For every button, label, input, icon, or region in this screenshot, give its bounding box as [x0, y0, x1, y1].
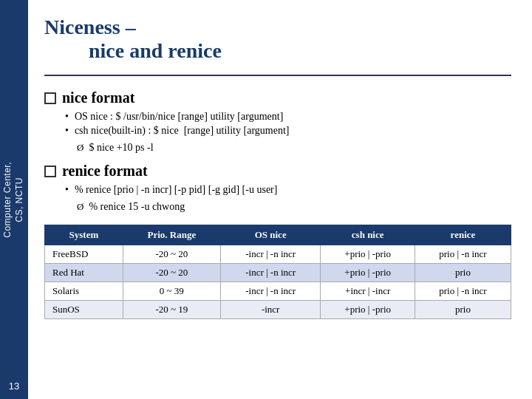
cell-1-1: -20 ~ 20: [123, 263, 220, 282]
comparison-table: System Prio. Range OS nice csh nice reni…: [44, 225, 511, 319]
cell-1-2: -incr | -n incr: [220, 263, 321, 282]
cell-0-0: FreeBSD: [45, 245, 123, 263]
cell-2-4: prio | -n incr: [415, 282, 511, 300]
cell-3-0: SunOS: [45, 300, 123, 318]
main-content: Niceness – nice and renice nice format O…: [28, 0, 532, 399]
cell-3-4: prio: [415, 300, 511, 318]
cell-3-2: -incr: [220, 300, 321, 318]
sidebar: Computer Center, CS, NCTU 13: [0, 0, 28, 399]
sidebar-label: Computer Center, CS, NCTU: [2, 162, 25, 238]
table-row: Red Hat-20 ~ 20-incr | -n incr+prio | -p…: [45, 263, 511, 282]
title-line1: Niceness –: [44, 16, 511, 39]
cell-2-1: 0 ~ 39: [123, 282, 220, 300]
col-csh-nice: csh nice: [321, 225, 415, 245]
table-row: FreeBSD-20 ~ 20-incr | -n incr+prio | -p…: [45, 245, 511, 263]
nice-table: System Prio. Range OS nice csh nice reni…: [44, 225, 511, 319]
checkbox-icon-nice: [44, 92, 56, 104]
nice-arrows: $ nice +10 ps -l: [77, 142, 511, 155]
cell-1-4: prio: [415, 263, 511, 282]
section-renice-title: renice format: [62, 163, 148, 180]
cell-0-3: +prio | -prio: [321, 245, 415, 263]
col-os-nice: OS nice: [220, 225, 321, 245]
cell-2-2: -incr | -n incr: [220, 282, 321, 300]
cell-3-1: -20 ~ 19: [123, 300, 220, 318]
renice-arrows: % renice 15 -u chwong: [77, 201, 511, 214]
nice-bullet-1: OS nice : $ /usr/bin/nice [range] utilit…: [65, 111, 511, 123]
cell-3-3: +prio | -prio: [321, 300, 415, 318]
cell-1-3: +prio | -prio: [321, 263, 415, 282]
renice-arrow-1: % renice 15 -u chwong: [77, 201, 511, 213]
nice-bullets: OS nice : $ /usr/bin/nice [range] utilit…: [65, 111, 511, 139]
table-header-row: System Prio. Range OS nice csh nice reni…: [45, 225, 511, 245]
cell-0-4: prio | -n incr: [415, 245, 511, 263]
cell-1-0: Red Hat: [45, 263, 123, 282]
title-block: Niceness – nice and renice: [44, 16, 511, 63]
title-divider: [44, 75, 511, 76]
cell-0-2: -incr | -n incr: [220, 245, 321, 263]
table-row: SunOS-20 ~ 19-incr+prio | -prioprio: [45, 300, 511, 318]
section-nice-header: nice format: [44, 89, 511, 106]
checkbox-icon-renice: [44, 166, 56, 177]
cell-2-0: Solaris: [45, 282, 123, 300]
title-line2: nice and renice: [44, 39, 511, 63]
cell-0-1: -20 ~ 20: [123, 245, 220, 263]
nice-arrow-1: $ nice +10 ps -l: [77, 142, 511, 154]
col-system: System: [45, 225, 123, 245]
nice-bullet-2: csh nice(built-in) : $ nice [range] util…: [65, 125, 511, 137]
section-renice-header: renice format: [44, 163, 511, 180]
renice-bullet-1: % renice [prio | -n incr] [-p pid] [-g g…: [65, 184, 511, 196]
table-row: Solaris0 ~ 39-incr | -n incr+incr | -inc…: [45, 282, 511, 300]
page-number: 13: [9, 381, 19, 392]
section-nice-title: nice format: [62, 89, 134, 106]
cell-2-3: +incr | -incr: [321, 282, 415, 300]
col-renice: renice: [415, 225, 511, 245]
col-prio-range: Prio. Range: [123, 225, 220, 245]
renice-bullets: % renice [prio | -n incr] [-p pid] [-g g…: [65, 184, 511, 198]
